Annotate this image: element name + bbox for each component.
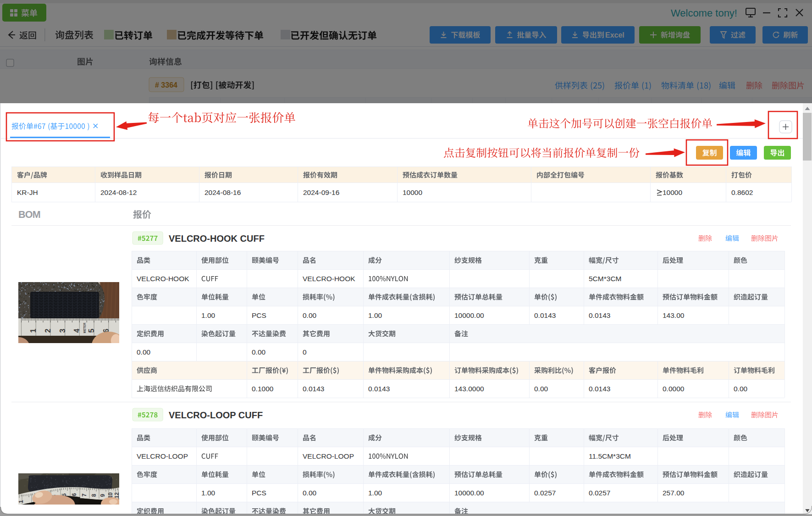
svg-text:8: 8 xyxy=(91,494,97,497)
svg-text:143.0000: 143.0000 xyxy=(454,385,484,393)
svg-text:1: 1 xyxy=(29,328,37,333)
svg-text:7: 7 xyxy=(81,494,88,497)
svg-text:5CM*3CM: 5CM*3CM xyxy=(589,275,621,283)
svg-text:1.00: 1.00 xyxy=(368,489,382,497)
svg-text:METER: METER xyxy=(83,322,86,333)
svg-text:0.00: 0.00 xyxy=(303,311,317,319)
svg-text:0.0143: 0.0143 xyxy=(534,311,556,319)
svg-text:12: 12 xyxy=(114,492,120,499)
svg-text:0.1000: 0.1000 xyxy=(252,385,274,393)
svg-text:0.8602: 0.8602 xyxy=(731,189,753,196)
svg-text:VELCRO-HOOK: VELCRO-HOOK xyxy=(303,275,355,283)
svg-text:1: 1 xyxy=(18,500,24,503)
svg-text:6: 6 xyxy=(71,493,77,496)
svg-text:10000.00: 10000.00 xyxy=(454,489,484,497)
svg-text:VELCRO-LOOP: VELCRO-LOOP xyxy=(137,452,188,460)
svg-text:0.0143: 0.0143 xyxy=(303,385,324,393)
svg-text:2: 2 xyxy=(44,328,52,333)
svg-text:10000.00: 10000.00 xyxy=(454,311,484,319)
svg-text:1.00: 1.00 xyxy=(368,311,382,319)
svg-text:0.00: 0.00 xyxy=(137,348,151,356)
svg-text:VELCRO-LOOP: VELCRO-LOOP xyxy=(303,452,354,460)
svg-text:3: 3 xyxy=(59,328,66,333)
svg-text:PCS: PCS xyxy=(252,489,266,497)
svg-text:0.0143: 0.0143 xyxy=(589,385,610,393)
svg-text:BOM: BOM xyxy=(18,209,40,220)
svg-text:PCS: PCS xyxy=(252,311,266,319)
svg-text:0.0143: 0.0143 xyxy=(589,311,610,319)
svg-text:2024-08-16: 2024-08-16 xyxy=(204,189,241,196)
svg-text:0.0257: 0.0257 xyxy=(534,489,556,497)
svg-text:VELCRO-HOOK: VELCRO-HOOK xyxy=(137,275,189,283)
svg-text:KR-JH: KR-JH xyxy=(17,189,38,196)
svg-text:1.00: 1.00 xyxy=(201,311,215,319)
svg-text:VELCRO-LOOP CUFF: VELCRO-LOOP CUFF xyxy=(169,410,263,420)
svg-text:0.00: 0.00 xyxy=(734,385,748,393)
svg-text:0.0000: 0.0000 xyxy=(663,385,685,393)
svg-text:4: 4 xyxy=(73,328,81,333)
svg-text:10000: 10000 xyxy=(663,189,682,196)
svg-text:0.0143: 0.0143 xyxy=(368,385,390,393)
svg-text:2024-08-12: 2024-08-12 xyxy=(100,189,137,196)
svg-text:5: 5 xyxy=(88,328,95,333)
svg-text:9: 9 xyxy=(99,494,106,497)
svg-text:11.5CM*3CM: 11.5CM*3CM xyxy=(589,452,631,460)
svg-text:VELCRO-HOOK CUFF: VELCRO-HOOK CUFF xyxy=(169,233,265,244)
svg-text:0.0257: 0.0257 xyxy=(589,489,610,497)
svg-text:2024-09-16: 2024-09-16 xyxy=(303,189,339,196)
svg-text:143.00: 143.00 xyxy=(663,311,685,319)
svg-text:0: 0 xyxy=(303,348,307,356)
svg-text:0.00: 0.00 xyxy=(252,348,266,356)
svg-text:257.00: 257.00 xyxy=(663,489,685,497)
svg-text:1.00: 1.00 xyxy=(201,489,215,497)
svg-text:10000: 10000 xyxy=(403,189,422,196)
svg-text:0.00: 0.00 xyxy=(534,385,548,393)
svg-text:0.00: 0.00 xyxy=(303,489,317,497)
